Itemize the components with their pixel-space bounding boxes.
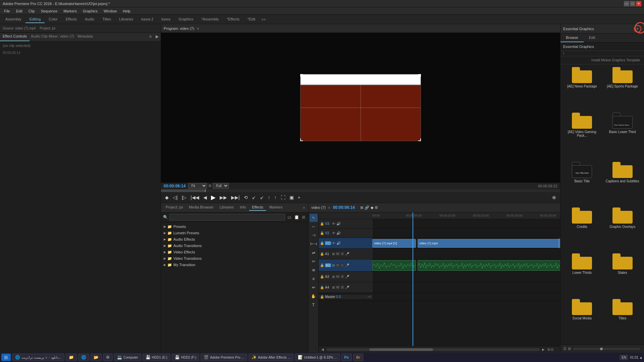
minimize-button[interactable]: — bbox=[624, 1, 629, 6]
tl-a3-lock[interactable]: 🔒 bbox=[320, 275, 324, 279]
tl-scrollbar[interactable] bbox=[327, 348, 539, 351]
eg-item-titles[interactable]: Titles bbox=[604, 299, 642, 342]
pm-menu-icon[interactable]: ≡ bbox=[197, 26, 199, 31]
tl-v2-audio[interactable]: 🔊 bbox=[336, 231, 340, 235]
tl-a1-lock[interactable]: 🔒 bbox=[320, 252, 324, 256]
tl-a1-mute[interactable]: M bbox=[336, 252, 340, 255]
tree-video-transitions[interactable]: ▶ 📁 Video Transitions bbox=[161, 255, 308, 262]
tl-a3-sync[interactable]: ⊠ bbox=[332, 275, 335, 279]
tl-a2-lock[interactable]: 🔒 bbox=[320, 263, 324, 267]
eg-item-social-media[interactable]: Social Media bbox=[563, 299, 601, 342]
panel-menu-icon[interactable]: ≡ bbox=[147, 33, 154, 41]
tl-btn-timeline-settings[interactable]: ⚙ bbox=[375, 205, 378, 210]
menu-clip[interactable]: Clip bbox=[26, 8, 38, 14]
tl-ruler[interactable]: 00:00 00:00:05:00 00:00:10:00 00:00:15:0… bbox=[319, 213, 560, 219]
taskbar-item-photoshop[interactable]: Ps bbox=[341, 354, 352, 361]
tl-tool-roll[interactable]: ⊢⊣ bbox=[310, 240, 318, 248]
eg-hamburger-button[interactable]: ≡ bbox=[634, 25, 641, 33]
tl-a4-mic[interactable]: 🎤 bbox=[345, 286, 349, 289]
taskbar-language[interactable]: EN bbox=[620, 355, 628, 360]
ws-tab-color[interactable]: Color bbox=[45, 16, 61, 23]
pm-btn-out[interactable]: |▷ bbox=[180, 194, 188, 201]
eg-item-basic-lower[interactable]: Your Name Here Basic Lower Third bbox=[604, 113, 642, 159]
effects-search-input[interactable] bbox=[169, 214, 285, 221]
ws-tab-assembly2[interactable]: *Assembly bbox=[197, 16, 223, 23]
tl-tool-slip[interactable]: ≋ bbox=[310, 266, 318, 274]
tab-project[interactable]: Project: joi bbox=[163, 204, 185, 211]
tab-effects[interactable]: Effects bbox=[249, 204, 266, 211]
pm-btn-insert[interactable]: ↙ bbox=[251, 194, 257, 201]
pm-quality-selector[interactable]: Full 1/2 1/4 bbox=[213, 183, 229, 189]
tl-master-lock[interactable]: 🔒 bbox=[320, 295, 324, 299]
taskbar-item-hdd1[interactable]: 💾 HDD1 (E:) bbox=[143, 354, 170, 361]
tl-track-end[interactable] bbox=[558, 238, 560, 248]
effects-panel-expand[interactable]: » bbox=[302, 205, 306, 210]
tree-audio-transitions[interactable]: ▶ 📁 Audio Transitions bbox=[161, 243, 308, 249]
tab-markers[interactable]: Markers bbox=[267, 204, 285, 211]
tl-a1-solo[interactable]: S bbox=[341, 252, 344, 255]
pm-btn-marker[interactable]: ◆ bbox=[164, 194, 170, 201]
eg-item-ae-news[interactable]: [AE] News Package bbox=[563, 67, 601, 110]
ws-tab-kasra2[interactable]: kasra 2 bbox=[137, 16, 157, 23]
pm-btn-extra1[interactable]: ⊕ bbox=[551, 194, 557, 201]
eg-item-basic-title[interactable]: Your Title Here Basic Title bbox=[563, 162, 601, 205]
eg-item-ae-gaming[interactable]: [AE] Video Gaming Pack... bbox=[563, 113, 601, 159]
tl-a3-solo[interactable]: S bbox=[341, 275, 344, 278]
tl-a3-mute[interactable]: M bbox=[336, 275, 340, 278]
ws-tab-titles[interactable]: Titles bbox=[98, 16, 115, 23]
ws-tab-kasra[interactable]: kasra bbox=[157, 16, 174, 23]
tl-tool-pen[interactable]: ✏ bbox=[310, 284, 318, 292]
ws-tab-editing[interactable]: Editing bbox=[25, 16, 45, 23]
tl-tool-track[interactable]: ↔ bbox=[310, 223, 318, 231]
tl-audio-clip-1[interactable] bbox=[372, 260, 416, 271]
tl-v1-lock[interactable]: 🔒 bbox=[320, 241, 324, 245]
pm-btn-overwrite[interactable]: ↙ bbox=[259, 194, 265, 201]
tl-a3-mic[interactable]: 🎤 bbox=[345, 275, 349, 279]
tl-a2-content[interactable] bbox=[372, 259, 560, 271]
tl-scroll-thumb[interactable] bbox=[369, 348, 433, 351]
tab-effect-controls[interactable]: Effect Controls bbox=[0, 33, 30, 41]
tl-a1-sync[interactable]: ⊠ bbox=[332, 252, 335, 256]
eg-install-button[interactable]: Install Motion Graphics Template bbox=[589, 57, 643, 63]
eg-item-credits[interactable]: Credits bbox=[563, 207, 601, 250]
tab-info[interactable]: Info bbox=[237, 204, 249, 211]
ws-tab-libraries[interactable]: Libraries bbox=[115, 16, 137, 23]
eg-item-captions[interactable]: Captions and Subtitles bbox=[604, 162, 642, 205]
effects-icon-3[interactable]: ⊞ bbox=[301, 214, 306, 220]
effects-icon-2[interactable]: 📋 bbox=[293, 214, 300, 220]
tl-tool-razor[interactable]: ✂ bbox=[310, 257, 318, 265]
pm-progress-bar[interactable] bbox=[161, 189, 560, 192]
tl-a4-mute[interactable]: M bbox=[336, 286, 340, 289]
taskbar-item-explorer[interactable]: 📁 bbox=[66, 354, 77, 361]
eg-slider-thumb[interactable] bbox=[600, 348, 603, 350]
pm-timecode[interactable]: 00:00:06:14 bbox=[164, 184, 185, 188]
menu-graphics[interactable]: Graphics bbox=[80, 8, 100, 14]
tl-tool-select[interactable]: ↖ bbox=[310, 214, 318, 222]
tl-a1-mic[interactable]: 🎤 bbox=[345, 252, 349, 256]
taskbar-item-settings[interactable]: ⚙ bbox=[103, 354, 113, 361]
eg-tab-browse[interactable]: Browse bbox=[560, 34, 584, 42]
tl-tool-rate[interactable]: ⇌ bbox=[310, 249, 318, 257]
tl-tool-slide[interactable]: ≡ bbox=[310, 275, 318, 283]
taskbar-item-computer[interactable]: 💻 Computer bbox=[114, 354, 141, 361]
taskbar-item-ie[interactable]: 🌐 bbox=[78, 354, 89, 361]
tl-btn-snap[interactable]: ⊞ bbox=[360, 205, 363, 210]
tl-clip-v1-1[interactable]: video (7).mp4 [V] bbox=[372, 239, 416, 248]
pm-btn-loop[interactable]: ⟲ bbox=[243, 194, 249, 201]
tl-view-btn2[interactable]: ⊟ bbox=[551, 348, 553, 351]
tl-scroll-left[interactable]: ◀ bbox=[321, 348, 324, 351]
taskbar-item-browser[interactable]: 🌐 دانلود ۱۰۰ پریست ترانزیت... bbox=[12, 354, 64, 361]
tl-menu-icon[interactable]: ≡ bbox=[328, 206, 330, 209]
taskbar-start-button[interactable]: ⊞ bbox=[1, 354, 11, 361]
tree-lumetri[interactable]: ▶ 📁 Lumetri Presets bbox=[161, 230, 308, 236]
tl-timecode[interactable]: 00:00:06:14 bbox=[333, 205, 355, 210]
close-button[interactable]: ✕ bbox=[636, 1, 641, 6]
eg-item-slates[interactable]: Slates bbox=[604, 253, 642, 296]
pm-btn-next-out[interactable]: ▶▶| bbox=[230, 194, 241, 201]
pm-btn-fullscreen[interactable]: ⛶ bbox=[279, 194, 287, 201]
taskbar-item-hdd2[interactable]: 💾 HDD2 (F:) bbox=[172, 354, 200, 361]
tl-a2-sync[interactable]: ⊠ bbox=[332, 263, 335, 267]
tl-v1-eye[interactable]: 👁 bbox=[332, 241, 335, 245]
tl-a4-lock[interactable]: 🔒 bbox=[320, 286, 324, 289]
tl-a2-mic[interactable]: 🎤 bbox=[345, 263, 349, 267]
